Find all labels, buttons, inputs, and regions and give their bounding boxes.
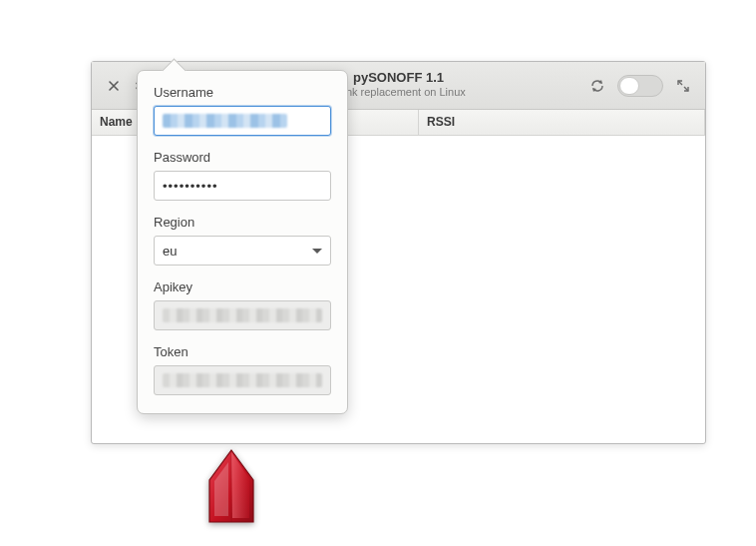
password-value: ••••••••••	[163, 179, 218, 194]
redacted-value	[163, 114, 287, 128]
expand-button[interactable]	[669, 72, 697, 100]
apikey-label: Apikey	[154, 279, 331, 294]
expand-icon	[676, 79, 690, 93]
annotation-arrow-icon	[205, 448, 257, 528]
close-button[interactable]	[100, 72, 128, 100]
region-value: eu	[163, 244, 177, 259]
refresh-button[interactable]	[583, 72, 611, 100]
region-select[interactable]: eu	[154, 236, 331, 266]
username-label: Username	[154, 85, 331, 100]
redacted-value	[163, 373, 322, 387]
redacted-value	[163, 308, 322, 322]
power-toggle[interactable]	[617, 75, 663, 97]
username-input[interactable]	[154, 106, 331, 136]
refresh-icon	[589, 78, 605, 94]
password-label: Password	[154, 150, 331, 165]
apikey-display	[154, 300, 331, 330]
region-label: Region	[154, 215, 331, 230]
col-header-rssi[interactable]: RSSI	[419, 110, 705, 135]
settings-popover: Username Password •••••••••• Region eu A…	[137, 70, 348, 414]
token-label: Token	[154, 344, 331, 359]
toggle-knob	[619, 77, 639, 95]
close-icon	[108, 80, 120, 92]
password-input[interactable]: ••••••••••	[154, 171, 331, 201]
token-display	[154, 365, 331, 395]
chevron-down-icon	[312, 249, 322, 254]
